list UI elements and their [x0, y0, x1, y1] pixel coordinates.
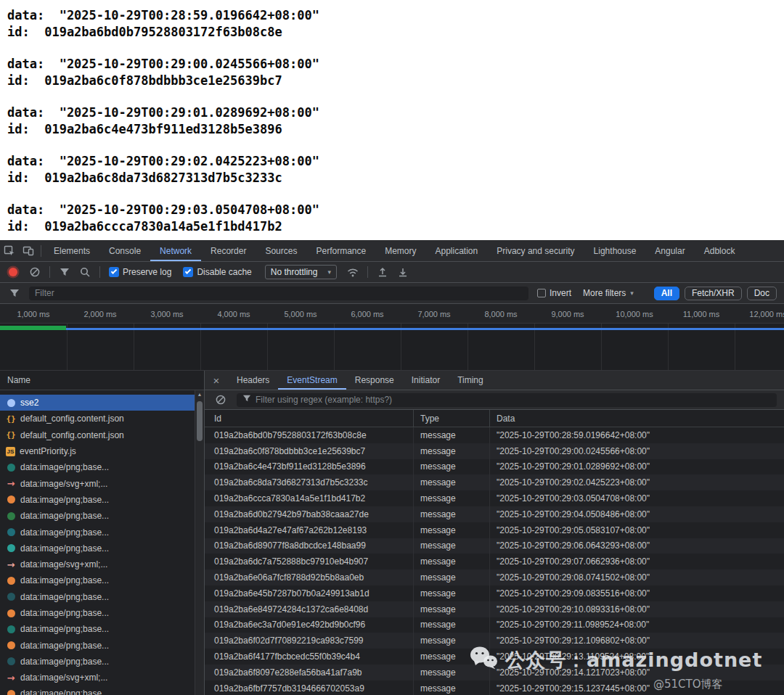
preserve-log-toggle[interactable]: Preserve log	[109, 267, 171, 277]
filter-chip-fetch-xhr[interactable]: Fetch/XHR	[685, 287, 742, 300]
tab-performance[interactable]: Performance	[306, 240, 375, 261]
scrollbar-up-icon[interactable]: ▲	[195, 390, 204, 399]
request-row[interactable]: data:image/png;base...	[0, 524, 195, 540]
eventstream-row[interactable]: 019a2ba6f4177fbcbcedc55f0b39c4b4message"…	[205, 649, 784, 665]
request-row[interactable]: data:image/png;base...	[0, 654, 195, 670]
terminal-data-line: data: "2025-10-29T00:29:03.0504708+08:00…	[7, 202, 784, 218]
filter-chip-doc[interactable]: Doc	[747, 287, 777, 300]
request-row[interactable]: JSeventPriority.js	[0, 443, 195, 459]
more-filters-button[interactable]: More filters ▾	[583, 288, 634, 298]
request-row[interactable]: →data:image/svg+xml;...	[0, 475, 195, 491]
message-id-cell: 019a2ba6ccca7830a14a5e1f1bd417b2	[205, 490, 414, 506]
tab-memory[interactable]: Memory	[375, 240, 425, 261]
eventstream-row[interactable]: 019a2ba6fbf7757db3194666702053a9message"…	[205, 680, 784, 695]
filter-chip-all[interactable]: All	[654, 287, 679, 300]
eventstream-row[interactable]: 019a2ba6e45b7287b07b0a249913ab1dmessage"…	[205, 585, 784, 601]
timeline-label: 9,000 ms	[534, 310, 601, 318]
search-icon[interactable]	[76, 263, 94, 281]
request-row[interactable]: →data:image/svg+xml;...	[0, 670, 195, 686]
request-row[interactable]: data:image/png;base...	[0, 492, 195, 508]
name-column-header[interactable]: Name	[0, 371, 204, 390]
eventstream-row[interactable]: 019a2ba6f02d7f70892219ca983c7599message"…	[205, 633, 784, 649]
tab-privacy-and-security[interactable]: Privacy and security	[487, 240, 584, 261]
filter-icon[interactable]	[6, 284, 23, 302]
request-row[interactable]: data:image/png;base...	[0, 589, 195, 605]
eventstream-row[interactable]: 019a2ba6ec3a7d0e91ec492bd9b0cf96message"…	[205, 617, 784, 633]
detail-tab-timing[interactable]: Timing	[449, 371, 492, 390]
eventstream-row[interactable]: 019a2ba6c0f878bdbbb3ce1e25639bc7message"…	[205, 443, 784, 459]
column-header-type[interactable]: Type	[414, 410, 490, 427]
eventstream-row[interactable]: 019a2ba6bd0b79528803172f63b08c8emessage"…	[205, 427, 784, 443]
request-name: sse2	[20, 398, 38, 408]
request-row[interactable]: data:image/png;base...	[0, 605, 195, 621]
invert-toggle[interactable]: Invert	[537, 288, 571, 298]
tab-angular[interactable]: Angular	[645, 240, 694, 261]
request-row[interactable]: data:image/png;base...	[0, 540, 195, 556]
detail-tab-response[interactable]: Response	[346, 371, 403, 390]
record-button[interactable]	[9, 268, 17, 276]
tab-network[interactable]: Network	[150, 240, 201, 261]
eventstream-row[interactable]: 019a2ba6d89077f8a8dbcdce148baa99message"…	[205, 538, 784, 554]
request-row[interactable]: {}default_config.content.json	[0, 427, 195, 443]
eventstream-row[interactable]: 019a2ba6d0b27942b97bab38caaa27demessage"…	[205, 506, 784, 522]
request-row[interactable]: data:image/png;base...	[0, 508, 195, 524]
tab-sources[interactable]: Sources	[256, 240, 306, 261]
inspect-element-icon[interactable]	[0, 240, 19, 261]
eventstream-row[interactable]: 019a2ba6dc7a752888bc97910eb4b907message"…	[205, 554, 784, 569]
network-conditions-icon[interactable]	[344, 263, 362, 281]
detail-tab-eventstream[interactable]: EventStream	[278, 371, 346, 390]
message-type-cell: message	[414, 665, 490, 680]
tab-recorder[interactable]: Recorder	[201, 240, 256, 261]
timeline-gridline	[334, 324, 335, 370]
detail-tab-headers[interactable]: Headers	[228, 371, 278, 390]
tab-application[interactable]: Application	[426, 240, 488, 261]
column-header-data[interactable]: Data	[490, 410, 784, 427]
request-row[interactable]: data:image/png;base...	[0, 459, 195, 475]
filter-icon[interactable]	[56, 263, 73, 281]
request-row[interactable]: data:image/png;base...	[0, 686, 195, 695]
message-data-cell: "2025-10-29T00:29:11.0989524+08:00"	[490, 617, 784, 633]
tab-elements[interactable]: Elements	[44, 240, 99, 261]
message-data-cell: "2025-10-29T00:29:10.0893316+08:00"	[490, 601, 784, 617]
eventstream-row[interactable]: 019a2ba6d4a27e47af67a262b12e8193message"…	[205, 522, 784, 538]
detail-tab-initiator[interactable]: Initiator	[403, 371, 449, 390]
network-toolbar: Preserve log Disable cache No throttling…	[0, 262, 784, 283]
eventstream-row[interactable]: 019a2ba6f8097e288efa56ba41af7a9bmessage"…	[205, 665, 784, 680]
clear-icon[interactable]	[26, 263, 44, 281]
invert-checkbox[interactable]	[537, 289, 546, 297]
import-har-icon[interactable]	[374, 263, 391, 281]
timeline-gridline	[67, 324, 68, 370]
eventstream-row[interactable]: 019a2ba6c8da73d6827313d7b5c3233cmessage"…	[205, 474, 784, 490]
tab-adblock[interactable]: Adblock	[695, 240, 745, 261]
scrollbar-thumb[interactable]	[197, 401, 203, 441]
disable-cache-checkbox[interactable]	[183, 267, 193, 277]
eventstream-row[interactable]: 019a2ba6e06a7fcf8788d92b5b8aa0ebmessage"…	[205, 569, 784, 585]
request-row[interactable]: data:image/png;base...	[0, 637, 195, 653]
eventstream-row[interactable]: 019a2ba6ccca7830a14a5e1f1bd417b2message"…	[205, 490, 784, 506]
disable-cache-toggle[interactable]: Disable cache	[183, 267, 251, 277]
request-row[interactable]: {}default_config.content.json	[0, 411, 195, 427]
eventstream-row[interactable]: 019a2ba6c4e473bf911ed3128b5e3896message"…	[205, 459, 784, 475]
preserve-log-checkbox[interactable]	[109, 267, 119, 277]
tab-console[interactable]: Console	[99, 240, 150, 261]
detail-tabs: HeadersEventStreamResponseInitiatorTimin…	[228, 371, 492, 390]
close-icon[interactable]: ×	[205, 371, 228, 390]
requests-scrollbar[interactable]: ▲	[195, 390, 204, 695]
column-header-id[interactable]: Id	[205, 410, 414, 427]
request-row[interactable]: sse2	[0, 395, 195, 411]
message-data-cell: "2025-10-29T00:29:08.0741502+08:00"	[490, 569, 784, 585]
throttling-select[interactable]: No throttling ▾	[265, 265, 337, 279]
request-row[interactable]: data:image/png;base...	[0, 572, 195, 588]
filter-input[interactable]	[29, 287, 528, 300]
eventstream-filter-input[interactable]	[256, 395, 771, 405]
request-row[interactable]: data:image/png;base...	[0, 621, 195, 637]
eventstream-row[interactable]: 019a2ba6e849724284c1372ca6e8408dmessage"…	[205, 601, 784, 617]
request-name: data:image/png;base...	[20, 624, 109, 634]
request-row[interactable]: →data:image/svg+xml;...	[0, 556, 195, 572]
device-toolbar-icon[interactable]	[19, 240, 38, 261]
network-overview[interactable]	[0, 324, 784, 371]
message-type-cell: message	[414, 474, 490, 490]
clear-icon[interactable]	[212, 391, 229, 408]
tab-lighthouse[interactable]: Lighthouse	[584, 240, 646, 261]
export-har-icon[interactable]	[394, 263, 412, 281]
